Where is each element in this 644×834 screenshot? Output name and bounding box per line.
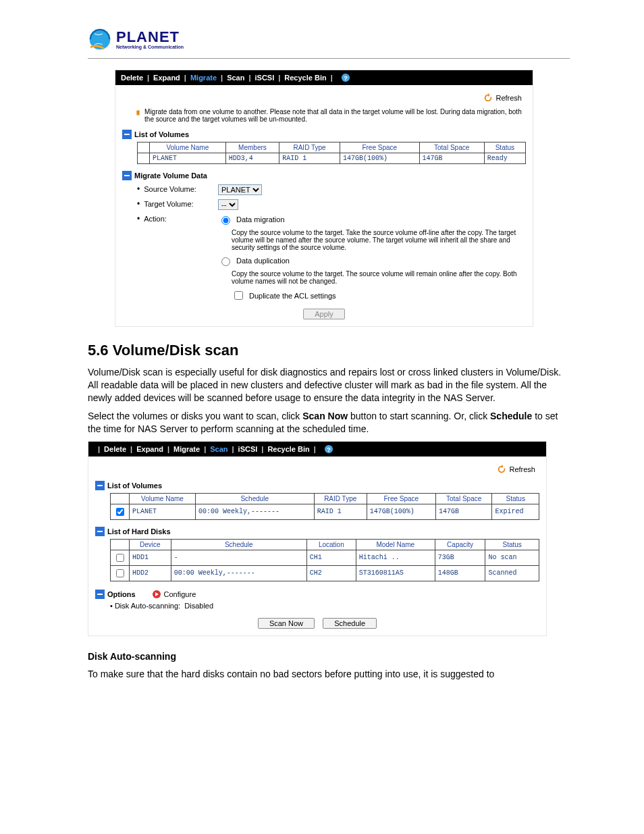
toolbar-scan[interactable]: Scan xyxy=(227,74,244,82)
configure-button[interactable]: Configure xyxy=(152,590,196,599)
refresh-label: Refresh xyxy=(509,465,535,473)
row-checkbox[interactable] xyxy=(116,569,124,577)
refresh-button[interactable]: Refresh xyxy=(483,93,522,103)
list-of-volumes-header: List of Volumes xyxy=(122,130,526,139)
admin-toolbar: Delete| Expand| Migrate| Scan| iSCSI| Re… xyxy=(115,70,533,85)
table-row[interactable]: PLANET HDD3,4 RAID 1 147GB(100%) 147GB R… xyxy=(138,153,526,164)
toolbar-iscsi[interactable]: iSCSI xyxy=(255,74,275,82)
apply-button[interactable]: Apply xyxy=(303,309,345,319)
toolbar-delete[interactable]: Delete xyxy=(104,445,126,453)
migrate-form-header: Migrate Volume Data xyxy=(122,171,526,180)
radio-duplication-input[interactable] xyxy=(221,257,230,266)
configure-icon xyxy=(152,590,161,599)
scan-now-button[interactable]: Scan Now xyxy=(258,618,315,629)
scan-panel: | Delete| Expand| Migrate| Scan| iSCSI| … xyxy=(88,441,547,636)
collapse-icon[interactable] xyxy=(122,130,132,139)
globe-icon xyxy=(88,27,112,51)
collapse-icon[interactable] xyxy=(122,171,132,180)
row-checkbox[interactable] xyxy=(116,554,124,562)
options-header: Options xyxy=(95,590,136,599)
duplication-desc: Copy the source volume to the target. Th… xyxy=(232,270,522,285)
action-label: Action: xyxy=(137,214,211,224)
migration-desc: Copy the source volume to the target. Ta… xyxy=(232,229,522,251)
svg-rect-11 xyxy=(97,485,103,486)
autoscan-status: Disk Auto-scanning: Disabled xyxy=(110,602,539,610)
toolbar-expand[interactable]: Expand xyxy=(136,445,163,453)
toolbar-recycle[interactable]: Recycle Bin xyxy=(284,74,326,82)
table-row[interactable]: HDD1 - CH1 Hitachi .. 73GB No scan xyxy=(111,550,539,565)
toolbar-iscsi[interactable]: iSCSI xyxy=(238,445,258,453)
schedule-button[interactable]: Schedule xyxy=(323,618,377,629)
collapse-icon[interactable] xyxy=(95,481,105,490)
refresh-icon xyxy=(483,93,493,103)
migrate-note: Migrate data from one volume to another.… xyxy=(144,108,526,123)
target-volume-label: Target Volume: xyxy=(137,199,211,209)
svg-rect-7 xyxy=(124,175,130,176)
footer-para: To make sure that the hard disks contain… xyxy=(88,668,570,681)
table-row[interactable]: PLANET 00:00 Weekly,------- RAID 1 147GB… xyxy=(111,504,539,519)
svg-rect-3 xyxy=(136,110,139,115)
table-row[interactable]: HDD2 00:00 Weekly,------- CH2 ST3160811A… xyxy=(111,565,539,581)
scan-disks-table: Device Schedule Location Model Name Capa… xyxy=(110,539,539,581)
svg-rect-13 xyxy=(97,531,103,532)
section-para-1: Volume/Disk scan is especially useful fo… xyxy=(88,366,570,405)
section-heading: 5.6 Volume/Disk scan xyxy=(88,342,570,359)
brand-logo: PLANET Networking & Communication xyxy=(88,27,570,51)
svg-text:?: ? xyxy=(327,445,331,452)
toolbar-delete[interactable]: Delete xyxy=(121,74,143,82)
section-para-2: Select the volumes or disks you want to … xyxy=(88,410,570,436)
admin-toolbar: | Delete| Expand| Migrate| Scan| iSCSI| … xyxy=(88,442,546,457)
svg-rect-15 xyxy=(97,594,103,595)
svg-rect-5 xyxy=(124,134,130,135)
refresh-icon xyxy=(497,465,506,474)
toolbar-migrate[interactable]: Migrate xyxy=(173,445,200,453)
refresh-label: Refresh xyxy=(495,94,522,102)
source-volume-select[interactable]: PLANET xyxy=(218,184,262,195)
header-rule xyxy=(88,58,570,59)
migrate-panel: Delete| Expand| Migrate| Scan| iSCSI| Re… xyxy=(115,70,533,327)
refresh-button[interactable]: Refresh xyxy=(497,465,535,474)
acl-checkbox-row[interactable]: Duplicate the ACL settings xyxy=(232,289,522,302)
info-icon xyxy=(136,109,140,116)
acl-checkbox[interactable] xyxy=(234,291,243,300)
target-volume-select[interactable]: -- xyxy=(218,199,238,210)
toolbar-expand[interactable]: Expand xyxy=(153,74,180,82)
help-icon[interactable]: ? xyxy=(341,73,350,82)
source-volume-label: Source Volume: xyxy=(137,184,211,194)
help-icon[interactable]: ? xyxy=(324,444,333,454)
brand-name: PLANET xyxy=(116,30,184,45)
scan-disks-header: List of Hard Disks xyxy=(95,527,539,536)
brand-tagline: Networking & Communication xyxy=(116,45,184,49)
radio-data-duplication[interactable]: Data duplication xyxy=(218,255,522,266)
toolbar-migrate[interactable]: Migrate xyxy=(190,74,217,82)
migrate-volumes-table: Volume Name Members RAID Type Free Space… xyxy=(137,142,526,164)
scan-volumes-header: List of Volumes xyxy=(95,481,539,490)
footer-heading: Disk Auto-scanning xyxy=(88,651,570,662)
row-checkbox[interactable] xyxy=(116,508,124,516)
scan-volumes-table: Volume Name Schedule RAID Type Free Spac… xyxy=(110,493,539,520)
svg-text:?: ? xyxy=(344,74,348,82)
radio-migration-input[interactable] xyxy=(221,216,230,225)
toolbar-scan[interactable]: Scan xyxy=(210,445,227,453)
collapse-icon[interactable] xyxy=(95,527,105,536)
collapse-icon[interactable] xyxy=(95,590,105,599)
toolbar-recycle[interactable]: Recycle Bin xyxy=(267,445,309,453)
radio-data-migration[interactable]: Data migration xyxy=(218,214,522,225)
